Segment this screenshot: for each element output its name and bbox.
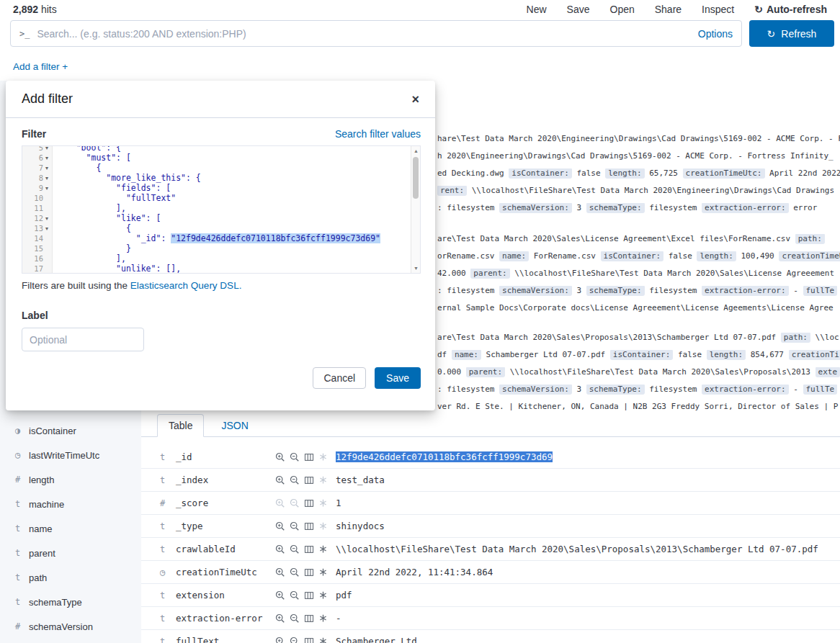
field-type-date-icon: ◷ (13, 450, 22, 460)
row-action-icons (275, 498, 336, 508)
detail-field-value: shinydocs (336, 521, 840, 531)
filter-label-input[interactable] (22, 328, 144, 351)
toggle-column-icon[interactable] (304, 521, 314, 531)
detail-field-value: test_data (336, 475, 840, 485)
highlighted-id-value: "12f9de426ddefc0710118bfc36fcff1999c73d6… (171, 233, 380, 243)
field-name-chip: schemaType: (586, 203, 645, 213)
sidebar-field-schemaVersion[interactable]: #schemaVersion (0, 616, 141, 637)
filter-for-value-icon[interactable] (275, 590, 285, 601)
sidebar-field-schemaType[interactable]: tschemaType (0, 591, 141, 613)
scrollbar-thumb[interactable] (413, 157, 419, 199)
toggle-column-icon[interactable] (304, 452, 314, 462)
tab-json[interactable]: JSON (210, 414, 259, 437)
sidebar-field-name[interactable]: tname (0, 518, 141, 539)
detail-row-extension: textensionpdf (141, 584, 840, 607)
save-button[interactable]: Save (375, 367, 421, 389)
cancel-button[interactable]: Cancel (313, 367, 366, 389)
dsl-doc-link[interactable]: Elasticsearch Query DSL. (130, 280, 242, 291)
filter-for-field-present-icon[interactable] (318, 590, 328, 600)
fold-caret-icon[interactable]: ▾ (43, 165, 50, 171)
query-dsl-editor[interactable]: 5▾6▾7▾8▾9▾101112▾13▾14151617 "bool": { "… (22, 145, 421, 274)
fold-caret-icon[interactable]: ▾ (43, 185, 50, 192)
field-type-boolean-icon: ◑ (13, 426, 22, 436)
detail-field-value: pdf (336, 590, 840, 601)
filter-for-field-present-icon[interactable] (318, 498, 328, 508)
sidebar-field-lastWriteTimeUtc[interactable]: ◷lastWriteTimeUtc (0, 444, 141, 466)
toggle-column-icon[interactable] (304, 498, 314, 508)
field-name-chip: path: (781, 333, 810, 343)
sidebar-field-length[interactable]: #length (0, 469, 141, 490)
editor-line-number: 12▾ (22, 213, 52, 223)
filter-for-field-present-icon[interactable] (318, 637, 328, 643)
editor-scrollbar[interactable]: ▲ ▼ (411, 146, 420, 273)
search-filter-values-link[interactable]: Search filter values (335, 128, 421, 140)
toggle-column-icon[interactable] (304, 590, 314, 601)
editor-line-number: 8▾ (22, 173, 52, 183)
filter-for-value-icon[interactable] (275, 544, 285, 554)
scroll-up-icon[interactable]: ▲ (411, 146, 421, 156)
doc-summary-line: df name: Schamberger Ltd 07-07.pdf isCon… (437, 350, 840, 362)
doc-text: \\loc (810, 333, 839, 342)
scroll-down-icon[interactable]: ▼ (411, 264, 421, 273)
fold-caret-icon[interactable]: ▾ (43, 175, 50, 181)
filter-for-value-icon[interactable] (275, 475, 285, 485)
detail-row-_score: #_score1 (141, 492, 840, 515)
doc-text: April 22nd 2022 (765, 168, 840, 178)
editor-line-number: 13▾ (22, 223, 52, 233)
toggle-column-icon[interactable] (304, 567, 314, 577)
filter-for-value-icon[interactable] (275, 452, 285, 462)
editor-line-number: 14 (22, 233, 52, 243)
detail-field-name: extraction-error (176, 613, 275, 624)
filter-for-value-icon[interactable] (275, 637, 285, 643)
filter-for-field-present-icon[interactable] (318, 452, 328, 462)
filter-for-field-present-icon[interactable] (318, 613, 328, 623)
doc-text: : filesystem (437, 385, 499, 394)
doc-text: ed Decking.dwg (437, 168, 509, 178)
fold-caret-icon[interactable]: ▾ (43, 155, 50, 161)
field-type-string-icon: t (13, 597, 22, 607)
toggle-column-icon[interactable] (304, 475, 314, 485)
filter-out-value-icon[interactable] (290, 452, 300, 462)
field-type-string-icon: t (160, 544, 176, 554)
doc-text: 854,677 (746, 350, 789, 359)
field-name-chip: length: (707, 350, 746, 360)
filter-out-value-icon[interactable] (290, 590, 300, 601)
sidebar-field-parent[interactable]: tparent (0, 542, 141, 564)
modal-body: Filter Search filter values 5▾6▾7▾8▾9▾10… (6, 118, 435, 389)
field-name-chip: exte (816, 367, 840, 377)
editor-line-number: 15 (22, 243, 52, 253)
tab-table[interactable]: Table (157, 414, 204, 437)
filter-for-field-present-icon[interactable] (318, 521, 328, 531)
filter-out-value-icon[interactable] (290, 498, 300, 508)
filter-out-value-icon[interactable] (290, 637, 300, 643)
filter-out-value-icon[interactable] (290, 613, 300, 624)
filter-for-value-icon[interactable] (275, 521, 285, 531)
close-icon[interactable]: × (411, 93, 419, 106)
sidebar-field-path[interactable]: tpath (0, 567, 141, 588)
dsl-hint: Filters are built using the Elasticsearc… (22, 280, 421, 291)
filter-out-value-icon[interactable] (290, 544, 300, 554)
editor-code-line: { (53, 223, 411, 233)
sidebar-field-isContainer[interactable]: ◑isContainer (0, 420, 141, 441)
filter-out-value-icon[interactable] (290, 521, 300, 531)
filter-for-value-icon[interactable] (275, 567, 285, 577)
toggle-column-icon[interactable] (304, 544, 314, 554)
fold-caret-icon[interactable]: ▾ (43, 225, 50, 232)
filter-out-value-icon[interactable] (290, 475, 300, 485)
doc-text: : filesystem (437, 203, 499, 212)
dsl-hint-text: Filters are built using the (22, 280, 130, 291)
filter-out-value-icon[interactable] (290, 567, 300, 577)
filter-for-field-present-icon[interactable] (318, 544, 328, 554)
detail-field-name: crawlableId (176, 544, 275, 554)
filter-for-value-icon[interactable] (275, 613, 285, 624)
fold-caret-icon[interactable]: ▾ (43, 145, 50, 151)
fold-caret-icon[interactable]: ▾ (43, 215, 50, 222)
sidebar-field-machine[interactable]: tmachine (0, 493, 141, 515)
toggle-column-icon[interactable] (304, 637, 314, 643)
doc-text: false (572, 168, 605, 178)
filter-for-field-present-icon[interactable] (318, 475, 328, 485)
filter-for-value-icon[interactable] (275, 498, 285, 508)
filter-for-field-present-icon[interactable] (318, 567, 328, 577)
detail-row-_type: t_typeshinydocs (141, 515, 840, 538)
toggle-column-icon[interactable] (304, 613, 314, 624)
